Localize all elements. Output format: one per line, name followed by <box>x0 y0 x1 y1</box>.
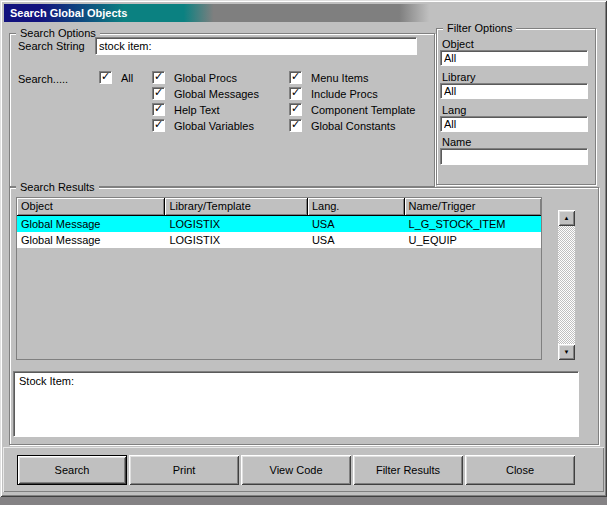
cell-object: Global Message <box>17 216 165 232</box>
checkbox-global-messages-label[interactable]: Global Messages <box>174 88 259 101</box>
results-scrollbar[interactable]: ▲ ▼ <box>558 210 575 360</box>
checkbox-component-template-label[interactable]: Component Template <box>311 104 415 117</box>
search-string-label: Search String <box>18 40 85 53</box>
checkmark-icon: ✓ <box>291 102 300 114</box>
search-string-input[interactable] <box>95 37 417 55</box>
filter-library-input[interactable] <box>440 83 588 99</box>
checkbox-help-text[interactable]: ✓ <box>152 103 165 116</box>
checkmark-icon: ✓ <box>291 70 300 82</box>
checkmark-icon: ✓ <box>291 118 300 130</box>
checkbox-include-procs[interactable]: ✓ <box>289 87 302 100</box>
cell-lang: USA <box>308 232 405 248</box>
checkbox-include-procs-label[interactable]: Include Procs <box>311 88 378 101</box>
results-table-header: Object Library/Template Lang. Name/Trigg… <box>17 198 541 216</box>
checkbox-global-procs-label[interactable]: Global Procs <box>174 72 237 85</box>
filter-results-button[interactable]: Filter Results <box>353 455 463 485</box>
table-row-selected[interactable]: Global Message LOGISTIX USA L_G_STOCK_IT… <box>17 216 541 232</box>
scroll-up-arrow-icon: ▲ <box>564 215 570 221</box>
filter-name-input[interactable] <box>440 148 588 165</box>
results-table: Object Library/Template Lang. Name/Trigg… <box>16 197 542 360</box>
close-button[interactable]: Close <box>465 455 575 485</box>
filter-object-input[interactable] <box>440 50 588 66</box>
message-preview-box[interactable]: Stock Item: <box>13 371 579 437</box>
cell-object: Global Message <box>17 232 165 248</box>
table-row[interactable]: Global Message LOGISTIX USA U_EQUIP <box>17 232 541 248</box>
column-header-name-trigger[interactable]: Name/Trigger <box>405 198 541 215</box>
checkmark-icon: ✓ <box>154 70 163 82</box>
checkmark-icon: ✓ <box>154 102 163 114</box>
checkmark-icon: ✓ <box>101 70 110 82</box>
checkbox-global-messages[interactable]: ✓ <box>152 87 165 100</box>
cell-lang: USA <box>308 216 405 232</box>
checkmark-icon: ✓ <box>154 118 163 130</box>
checkbox-global-constants[interactable]: ✓ <box>289 119 302 132</box>
column-header-lang[interactable]: Lang. <box>308 198 405 215</box>
checkbox-all[interactable]: ✓ <box>99 71 112 84</box>
dialog-window: Search Global Objects Search Options Sea… <box>0 0 607 497</box>
filter-lang-input[interactable] <box>440 116 588 132</box>
message-preview-text: Stock Item: <box>19 375 74 387</box>
scroll-up-button[interactable]: ▲ <box>558 210 575 226</box>
checkbox-help-text-label[interactable]: Help Text <box>174 104 220 117</box>
scroll-down-button[interactable]: ▼ <box>558 344 575 360</box>
checkbox-global-variables[interactable]: ✓ <box>152 119 165 132</box>
title-bar[interactable]: Search Global Objects <box>4 4 603 22</box>
checkbox-component-template[interactable]: ✓ <box>289 103 302 116</box>
checkbox-menu-items[interactable]: ✓ <box>289 71 302 84</box>
screen: Search Global Objects Search Options Sea… <box>0 0 607 505</box>
cell-name: U_EQUIP <box>405 232 541 248</box>
window-title: Search Global Objects <box>10 7 127 19</box>
checkmark-icon: ✓ <box>291 86 300 98</box>
filter-options-group-label: Filter Options <box>443 22 516 34</box>
checkbox-global-constants-label[interactable]: Global Constants <box>311 120 395 133</box>
column-header-object[interactable]: Object <box>17 198 165 215</box>
cell-library: LOGISTIX <box>165 232 307 248</box>
scrollbar-track[interactable] <box>558 226 575 344</box>
checkbox-global-variables-label[interactable]: Global Variables <box>174 120 254 133</box>
search-prefix-label: Search..... <box>18 73 68 86</box>
scroll-down-arrow-icon: ▼ <box>564 349 570 355</box>
search-button[interactable]: Search <box>17 455 127 485</box>
column-header-library-template[interactable]: Library/Template <box>165 198 307 215</box>
checkmark-icon: ✓ <box>154 86 163 98</box>
print-button[interactable]: Print <box>129 455 239 485</box>
checkbox-global-procs[interactable]: ✓ <box>152 71 165 84</box>
search-results-group-label: Search Results <box>16 181 99 193</box>
search-options-group-label: Search Options <box>16 27 100 39</box>
desktop-background <box>0 497 607 505</box>
checkbox-menu-items-label[interactable]: Menu Items <box>311 72 368 85</box>
cell-library: LOGISTIX <box>165 216 307 232</box>
checkbox-all-label[interactable]: All <box>121 72 133 85</box>
cell-name: L_G_STOCK_ITEM <box>405 216 541 232</box>
view-code-button[interactable]: View Code <box>241 455 351 485</box>
